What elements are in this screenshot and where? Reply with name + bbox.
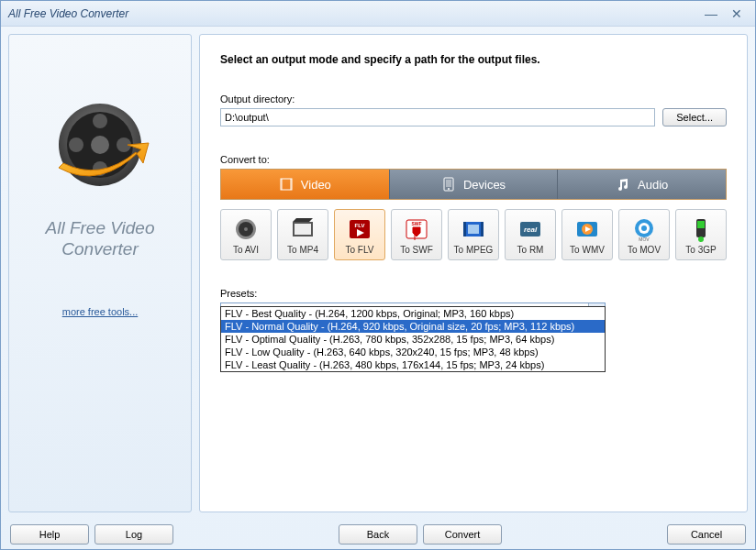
svg-point-5 — [69, 138, 83, 152]
output-dir-input[interactable] — [220, 108, 655, 126]
help-button[interactable]: Help — [10, 524, 89, 544]
footer: Help Log Back Convert Cancel — [1, 520, 755, 549]
format-mp4[interactable]: To MP4 — [277, 209, 328, 260]
preset-option[interactable]: FLV - Normal Quality - (H.264, 920 kbps,… — [221, 320, 605, 333]
convert-to-label: Convert to: — [220, 154, 727, 165]
music-note-icon — [616, 177, 630, 192]
mpeg-icon — [459, 215, 488, 243]
svg-point-15 — [244, 227, 248, 231]
select-dir-button[interactable]: Select... — [662, 108, 727, 126]
output-dir-label: Output directory: — [220, 94, 727, 104]
svg-text:SWF: SWF — [411, 221, 421, 226]
app-window: All Free Video Converter — ✕ — [0, 0, 756, 550]
preset-option[interactable]: FLV - Low Quality - (H.263, 640 kbps, 32… — [221, 346, 605, 358]
tab-devices[interactable]: Devices — [389, 170, 558, 199]
svg-point-38 — [698, 236, 704, 242]
preset-section: Presets: FLV - Normal Quality - (H.264, … — [220, 288, 727, 321]
format-swf[interactable]: SWF To SWF — [391, 209, 442, 260]
wmv-icon — [573, 215, 602, 243]
svg-point-12 — [448, 188, 450, 190]
titlebar: All Free Video Converter — ✕ — [1, 1, 755, 27]
avi-icon — [231, 215, 261, 243]
tab-audio[interactable]: Audio — [557, 170, 726, 199]
tab-row: Video Devices Audio — [220, 169, 727, 200]
svg-rect-17 — [295, 224, 311, 235]
svg-text:FLV: FLV — [355, 223, 365, 228]
svg-rect-9 — [290, 179, 292, 190]
format-mov[interactable]: MOV To MOV — [618, 209, 670, 260]
content-area: All Free Video Converter more free tools… — [1, 27, 755, 520]
svg-text:real: real — [524, 226, 538, 234]
preset-option[interactable]: FLV - Best Quality - (H.264, 1200 kbps, … — [221, 307, 605, 320]
sidebar: All Free Video Converter more free tools… — [8, 34, 192, 512]
rm-icon: real — [516, 215, 545, 243]
close-button[interactable]: ✕ — [726, 6, 748, 21]
instruction-text: Select an output mode and specify a path… — [220, 53, 727, 66]
format-flv[interactable]: FLV To FLV — [334, 209, 385, 260]
swf-icon: SWF — [402, 215, 431, 243]
svg-rect-37 — [697, 221, 705, 228]
log-button[interactable]: Log — [94, 524, 173, 544]
output-dir-row: Select... — [220, 108, 727, 126]
tab-video[interactable]: Video — [221, 170, 389, 199]
device-icon — [441, 177, 456, 192]
svg-rect-11 — [446, 180, 451, 187]
svg-point-3 — [93, 114, 107, 128]
back-button[interactable]: Back — [339, 524, 417, 544]
svg-rect-24 — [463, 222, 466, 236]
preset-option[interactable]: FLV - Least Quality - (H.263, 480 kbps, … — [221, 358, 605, 371]
format-grid: To AVI To MP4 FLV To FLV SWF To SWF To M… — [220, 209, 727, 260]
svg-rect-8 — [281, 179, 283, 190]
mov-icon: MOV — [629, 215, 659, 243]
format-wmv[interactable]: To WMV — [561, 209, 613, 260]
window-title: All Free Video Converter — [8, 7, 696, 20]
preset-dropdown: FLV - Best Quality - (H.264, 1200 kbps, … — [220, 306, 606, 372]
svg-point-34 — [641, 226, 647, 231]
svg-text:MOV: MOV — [639, 236, 650, 242]
format-3gp[interactable]: To 3GP — [675, 209, 727, 260]
convert-button[interactable]: Convert — [423, 524, 502, 544]
3gp-icon — [686, 215, 716, 243]
more-tools-link[interactable]: more free tools... — [62, 306, 139, 317]
svg-rect-25 — [481, 222, 484, 236]
minimize-button[interactable]: — — [700, 6, 722, 21]
sidebar-title: All Free Video Converter — [46, 218, 155, 260]
format-rm[interactable]: real To RM — [505, 209, 556, 260]
main-panel: Select an output mode and specify a path… — [199, 34, 748, 512]
svg-rect-26 — [468, 225, 479, 234]
app-logo-icon — [40, 90, 160, 209]
presets-label: Presets: — [220, 288, 727, 299]
format-mpeg[interactable]: To MPEG — [448, 209, 499, 260]
svg-point-2 — [91, 136, 109, 154]
preset-option[interactable]: FLV - Optimal Quality - (H.263, 780 kbps… — [221, 333, 605, 346]
flv-icon: FLV — [345, 215, 374, 243]
cancel-button[interactable]: Cancel — [667, 524, 746, 544]
mp4-icon — [288, 215, 317, 243]
format-avi[interactable]: To AVI — [220, 209, 272, 260]
filmstrip-icon — [279, 177, 294, 192]
